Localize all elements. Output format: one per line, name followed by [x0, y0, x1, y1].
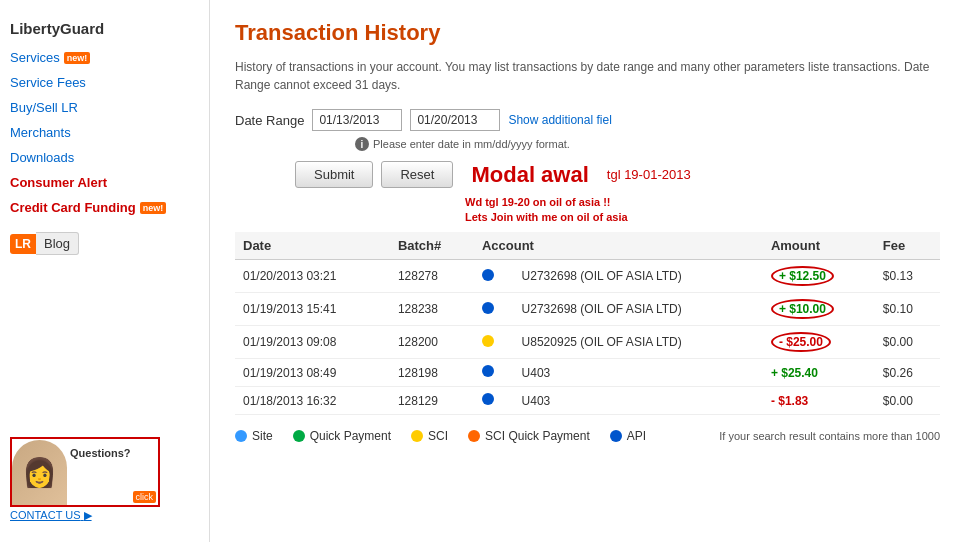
dot-cell: [474, 260, 514, 293]
sidebar-item-services[interactable]: Services new!: [0, 45, 209, 70]
merchants-link[interactable]: Merchants: [10, 125, 71, 140]
services-new-badge: new!: [64, 52, 91, 64]
fee-cell: $0.13: [875, 260, 940, 293]
date-hint-row: i Please enter date in mm/dd/yyyy format…: [355, 137, 940, 151]
account-cell: U2732698 (OIL OF ASIA LTD): [514, 260, 763, 293]
sidebar-item-cc-funding[interactable]: Credit Card Funding new!: [0, 195, 209, 220]
sidebar-item-buy-sell[interactable]: Buy/Sell LR: [0, 95, 209, 120]
annotation-text1: Wd tgl 19-20 on oil of asia !!: [465, 196, 610, 208]
legend-note: If your search result contains more than…: [719, 430, 940, 442]
services-link[interactable]: Services: [10, 50, 60, 65]
table-row: 01/19/2013 09:08 128200 U8520925 (OIL OF…: [235, 326, 940, 359]
batch-cell: 128198: [390, 359, 474, 387]
fee-cell: $0.00: [875, 387, 940, 415]
sidebar: LibertyGuard Services new! Service Fees …: [0, 0, 210, 542]
legend-qp-label: Quick Payment: [310, 429, 391, 443]
sidebar-item-merchants[interactable]: Merchants: [0, 120, 209, 145]
amount-cell: + $12.50: [763, 260, 875, 293]
legend-sci-dot: [411, 430, 423, 442]
sidebar-item-service-fees[interactable]: Service Fees: [0, 70, 209, 95]
amount-cell: - $25.00: [763, 326, 875, 359]
dot-icon: [482, 335, 494, 347]
sidebar-item-downloads[interactable]: Downloads: [0, 145, 209, 170]
logo[interactable]: LibertyGuard: [0, 10, 209, 45]
legend-site-dot: [235, 430, 247, 442]
modal-date-text: tgl 19-01-2013: [607, 167, 691, 182]
date-range-row: Date Range Show additional fiel: [235, 109, 940, 131]
dot-icon: [482, 269, 494, 281]
modal-awal-text: Modal awal: [471, 162, 588, 188]
legend-sci-qp-dot: [468, 430, 480, 442]
col-account: Account: [474, 232, 763, 260]
date-to-input[interactable]: [410, 109, 500, 131]
description: History of transactions in your account.…: [235, 58, 935, 94]
downloads-link[interactable]: Downloads: [10, 150, 74, 165]
buy-sell-link[interactable]: Buy/Sell LR: [10, 100, 78, 115]
date-cell: 01/19/2013 15:41: [235, 293, 390, 326]
dot-cell: [474, 326, 514, 359]
date-cell: 01/19/2013 08:49: [235, 359, 390, 387]
col-fee: Fee: [875, 232, 940, 260]
amount-cell: - $1.83: [763, 387, 875, 415]
fee-cell: $0.26: [875, 359, 940, 387]
dot-icon: [482, 365, 494, 377]
main-content: Transaction History History of transacti…: [210, 0, 960, 542]
annotation-block: Wd tgl 19-20 on oil of asia !! Lets Join…: [465, 194, 940, 224]
col-amount: Amount: [763, 232, 875, 260]
legend-api: API: [610, 429, 646, 443]
legend-sci-label: SCI: [428, 429, 448, 443]
page-title: Transaction History: [235, 20, 940, 46]
date-cell: 01/18/2013 16:32: [235, 387, 390, 415]
amount-value: - $25.00: [771, 332, 831, 352]
person-icon: 👩: [12, 440, 67, 505]
date-cell: 01/20/2013 03:21: [235, 260, 390, 293]
col-date: Date: [235, 232, 390, 260]
legend-quick-payment: Quick Payment: [293, 429, 391, 443]
submit-button[interactable]: Submit: [295, 161, 373, 188]
legend-api-dot: [610, 430, 622, 442]
amount-value: + $10.00: [771, 299, 834, 319]
legend-sci-qp-label: SCI Quick Payment: [485, 429, 590, 443]
info-icon: i: [355, 137, 369, 151]
table-row: 01/19/2013 15:41 128238 U2732698 (OIL OF…: [235, 293, 940, 326]
service-fees-link[interactable]: Service Fees: [10, 75, 86, 90]
legend-api-label: API: [627, 429, 646, 443]
show-additional-link[interactable]: Show additional fiel: [508, 113, 611, 127]
sidebar-item-consumer-alert[interactable]: Consumer Alert: [0, 170, 209, 195]
col-batch: Batch#: [390, 232, 474, 260]
amount-value: + $25.40: [771, 366, 818, 380]
fee-cell: $0.00: [875, 326, 940, 359]
legend-site: Site: [235, 429, 273, 443]
annotation-text2: Lets Join with me on oil of asia: [465, 211, 628, 223]
lr-label: LR: [10, 234, 36, 254]
fee-cell: $0.10: [875, 293, 940, 326]
dot-cell: [474, 293, 514, 326]
cc-funding-link[interactable]: Credit Card Funding: [10, 200, 136, 215]
batch-cell: 128238: [390, 293, 474, 326]
dot-cell: [474, 387, 514, 415]
table-wrapper: Date Batch# Account Amount Fee 01/20/201…: [235, 232, 940, 415]
batch-cell: 128129: [390, 387, 474, 415]
dot-icon: [482, 302, 494, 314]
consumer-alert-link[interactable]: Consumer Alert: [10, 175, 107, 190]
amount-cell: + $25.40: [763, 359, 875, 387]
batch-cell: 128200: [390, 326, 474, 359]
legend-sci: SCI: [411, 429, 448, 443]
date-from-input[interactable]: [312, 109, 402, 131]
dot-cell: [474, 359, 514, 387]
blog-button[interactable]: LR Blog: [10, 232, 199, 255]
amount-value: - $1.83: [771, 394, 808, 408]
contact-box[interactable]: 👩 Questions? click: [10, 437, 160, 507]
contact-us-link[interactable]: CONTACT US ▶: [10, 509, 199, 522]
table-row: 01/18/2013 16:32 128129 U403 - $1.83 $0.…: [235, 387, 940, 415]
table-row: 01/19/2013 08:49 128198 U403 + $25.40 $0…: [235, 359, 940, 387]
batch-cell: 128278: [390, 260, 474, 293]
contact-section: 👩 Questions? click CONTACT US ▶: [0, 427, 209, 532]
account-cell: U403: [514, 387, 763, 415]
click-badge: click: [133, 491, 157, 503]
date-hint-text: Please enter date in mm/dd/yyyy format.: [373, 138, 570, 150]
legend-sci-qp: SCI Quick Payment: [468, 429, 590, 443]
account-cell: U2732698 (OIL OF ASIA LTD): [514, 293, 763, 326]
reset-button[interactable]: Reset: [381, 161, 453, 188]
dot-icon: [482, 393, 494, 405]
